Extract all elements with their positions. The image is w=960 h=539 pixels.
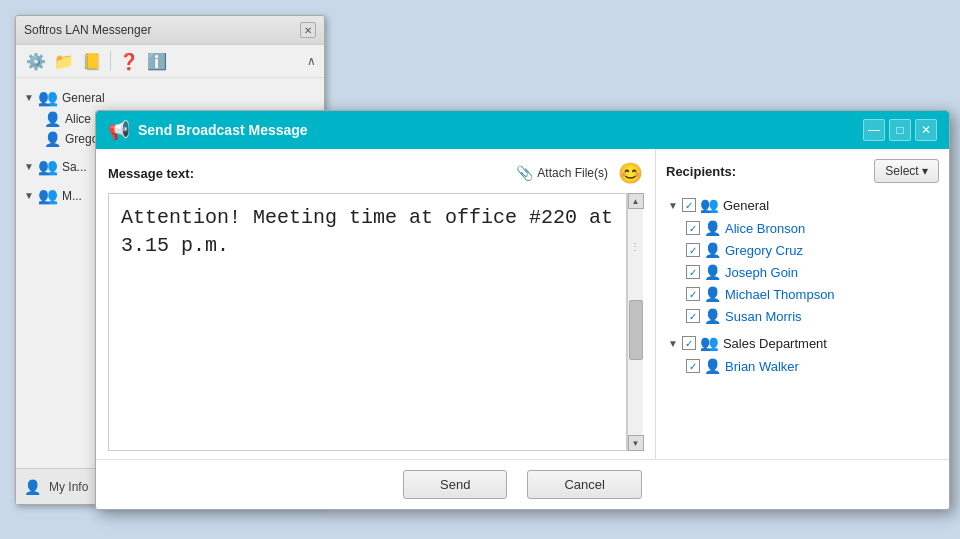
user-icon: 👤 [704,308,721,324]
user-icon: 👤 [44,111,61,127]
message-area: Attention! Meeting time at office #220 a… [108,193,643,451]
arrow-icon: ▼ [24,161,34,172]
susan-checkbox[interactable]: ✓ [686,309,700,323]
bg-tree-general-group: ▼ 👥 General [24,86,316,109]
scroll-up-button[interactable]: ▲ [628,193,644,209]
recipient-susan[interactable]: ✓ 👤 Susan Morris [666,305,939,327]
sales-group-name: Sales Department [723,336,827,351]
group-icon: 👥 [38,157,58,176]
user-icon: 👤 [704,220,721,236]
general-group-name: General [723,198,769,213]
sales-group-row[interactable]: ▼ ✓ 👥 Sales Department [666,331,939,355]
alice-checkbox[interactable]: ✓ [686,221,700,235]
window-controls: — □ ✕ [863,119,937,141]
user-status-icon: 👤 [24,479,41,495]
user-icon: 👤 [704,358,721,374]
arrow-icon: ▼ [24,92,34,103]
toolbar-separator [110,51,111,71]
brian-name: Brian Walker [725,359,799,374]
recipient-alice[interactable]: ✓ 👤 Alice Bronson [666,217,939,239]
emoji-button[interactable]: 😊 [618,161,643,185]
michael-checkbox[interactable]: ✓ [686,287,700,301]
recipient-michael[interactable]: ✓ 👤 Michael Thompson [666,283,939,305]
recipient-gregory[interactable]: ✓ 👤 Gregory Cruz [666,239,939,261]
expand-icon[interactable]: ∧ [307,54,316,68]
collapse-sales-arrow-icon: ▼ [668,338,678,349]
header-actions: 📎 Attach File(s) 😊 [516,161,643,185]
cancel-button[interactable]: Cancel [527,470,641,499]
message-input[interactable]: Attention! Meeting time at office #220 a… [108,193,627,451]
select-button[interactable]: Select ▾ [874,159,939,183]
susan-name: Susan Morris [725,309,802,324]
attach-label: Attach File(s) [537,166,608,180]
collapse-arrow-icon: ▼ [668,200,678,211]
book-icon[interactable]: 📒 [80,49,104,73]
scroll-grip[interactable]: ⋮ [630,209,641,284]
dialog-body: Message text: 📎 Attach File(s) 😊 Attenti… [96,149,949,459]
michael-name: Michael Thompson [725,287,835,302]
message-header: Message text: 📎 Attach File(s) 😊 [108,161,643,185]
my-info-label: My Info [49,480,88,494]
bg-toolbar: ⚙️ 📁 📒 ❓ ℹ️ ∧ [16,45,324,78]
dialog-footer: Send Cancel [96,459,949,509]
dialog-title-icon: 📢 [108,119,130,141]
recipient-brian[interactable]: ✓ 👤 Brian Walker [666,355,939,377]
general-group-checkbox[interactable]: ✓ [682,198,696,212]
group-icon: 👥 [38,88,58,107]
user-icon: 👤 [704,286,721,302]
group3-label: M... [62,189,82,203]
right-panel: Recipients: Select ▾ ▼ ✓ 👥 General ✓ 👤 A… [656,149,949,459]
minimize-button[interactable]: — [863,119,885,141]
bg-window-title: Softros LAN Messenger [24,23,151,37]
recipient-joseph[interactable]: ✓ 👤 Joseph Goin [666,261,939,283]
general-group-row[interactable]: ▼ ✓ 👥 General [666,193,939,217]
joseph-name: Joseph Goin [725,265,798,280]
scroll-thumb[interactable] [629,300,643,360]
sales-group-checkbox[interactable]: ✓ [682,336,696,350]
user-icon: 👤 [44,131,61,147]
info-icon[interactable]: ℹ️ [145,49,169,73]
brian-checkbox[interactable]: ✓ [686,359,700,373]
user-icon: 👤 [704,264,721,280]
message-scrollbar[interactable]: ▲ ⋮ ▼ [627,193,643,451]
bg-titlebar: Softros LAN Messenger ✕ [16,16,324,45]
close-button[interactable]: ✕ [915,119,937,141]
user-icon: 👤 [704,242,721,258]
settings-icon[interactable]: ⚙️ [24,49,48,73]
joseph-checkbox[interactable]: ✓ [686,265,700,279]
paperclip-icon: 📎 [516,165,533,181]
scroll-down-button[interactable]: ▼ [628,435,644,451]
sales-group-label: Sa... [62,160,87,174]
select-label: Select ▾ [885,164,928,178]
message-label: Message text: [108,166,194,181]
alice-name: Alice Bronson [725,221,805,236]
group-icon: 👥 [38,186,58,205]
recipients-label: Recipients: [666,164,736,179]
send-button[interactable]: Send [403,470,507,499]
group-icon: 👥 [700,196,719,214]
dialog-titlebar: 📢 Send Broadcast Message — □ ✕ [96,111,949,149]
left-panel: Message text: 📎 Attach File(s) 😊 Attenti… [96,149,656,459]
arrow-icon: ▼ [24,190,34,201]
attach-button[interactable]: 📎 Attach File(s) [516,165,608,181]
gregory-name: Gregory Cruz [725,243,803,258]
gregory-checkbox[interactable]: ✓ [686,243,700,257]
general-group-label: General [62,91,105,105]
recipients-header: Recipients: Select ▾ [666,159,939,183]
dialog-title: Send Broadcast Message [138,122,863,138]
recipients-tree: ▼ ✓ 👥 General ✓ 👤 Alice Bronson ✓ 👤 Greg… [666,193,939,451]
maximize-button[interactable]: □ [889,119,911,141]
sales-group-icon: 👥 [700,334,719,352]
help-icon[interactable]: ❓ [117,49,141,73]
broadcast-dialog: 📢 Send Broadcast Message — □ ✕ Message t… [95,110,950,510]
folder-icon[interactable]: 📁 [52,49,76,73]
bg-close-button[interactable]: ✕ [300,22,316,38]
